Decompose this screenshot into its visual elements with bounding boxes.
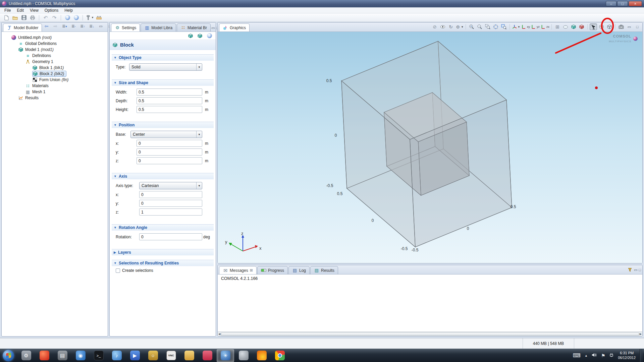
field-input[interactable]	[139, 233, 202, 240]
taskbar-app-file-manager[interactable]	[180, 349, 198, 362]
help-button[interactable]: ?	[64, 14, 71, 21]
start-button[interactable]	[3, 350, 14, 361]
chevron-down-icon[interactable]: ▼	[196, 131, 202, 138]
dynamic-help-button[interactable]: ?	[206, 32, 213, 40]
build-selected-button[interactable]	[187, 32, 194, 40]
hide-selected-button[interactable]: ⊘	[431, 23, 438, 30]
show-desktop-button[interactable]	[640, 349, 643, 362]
tree-item-block-2[interactable]: Block 2 (blk2)	[32, 71, 66, 77]
object-type-section-header[interactable]: ▼Object Type	[112, 54, 214, 61]
scrollbar-thumb[interactable]	[221, 333, 639, 336]
position-section-header[interactable]: ▼Position	[112, 122, 214, 128]
print-button[interactable]	[29, 14, 36, 21]
base-dropdown[interactable]: Center▼	[130, 131, 202, 138]
taskbar-app-draw-tool[interactable]	[199, 349, 216, 362]
show-grid-button[interactable]: ⊞	[554, 23, 561, 30]
taskbar-app-media-player-red[interactable]	[36, 349, 53, 362]
horizontal-scrollbar[interactable]: ◀ ▶	[218, 331, 642, 336]
tree-item-form-union[interactable]: Form Union (fin)	[32, 77, 108, 83]
transparency-button[interactable]	[598, 23, 605, 30]
field-input[interactable]	[139, 200, 202, 207]
minimize-panel-button[interactable]: ▭	[626, 23, 633, 30]
layers-section-header[interactable]: ▶Layers	[112, 249, 214, 255]
redo-button[interactable]: ↷	[51, 14, 58, 21]
taskbar-app-chrome[interactable]	[271, 349, 288, 362]
tree-item-mesh-1[interactable]: ▦ Mesh 1	[25, 89, 108, 95]
zoom-in-button[interactable]: +	[468, 23, 475, 30]
close-window-button[interactable]: ×	[629, 1, 642, 6]
image-snapshot-button[interactable]	[618, 23, 625, 30]
field-input[interactable]	[137, 140, 202, 147]
tree-item-materials[interactable]: ∷ Materials	[25, 83, 108, 89]
network-plug-icon[interactable]	[609, 353, 614, 358]
field-input[interactable]	[137, 88, 202, 96]
show-material-color-button[interactable]	[570, 23, 577, 30]
taskbar-clock[interactable]: 6:31 PM 06/12/2012	[618, 351, 636, 360]
tab-model-libra[interactable]: ▥ Model Libra	[141, 23, 176, 32]
axis-section-header[interactable]: ▼Axis	[112, 173, 214, 179]
go-to-yz-view-button[interactable]: yz	[531, 23, 540, 30]
save-button[interactable]	[20, 14, 28, 21]
menu-options[interactable]: Options	[42, 8, 61, 13]
move-up-button[interactable]: ≣↑	[79, 22, 86, 30]
scroll-right-arrow[interactable]: ▶	[640, 333, 642, 336]
menu-edit[interactable]: Edit	[14, 8, 27, 13]
axis-type-dropdown[interactable]: Cartesian▼	[139, 182, 202, 189]
field-input[interactable]	[137, 97, 202, 104]
reset-hiding-button[interactable]: ↻	[447, 23, 454, 30]
clear-plot-button[interactable]: ▼	[86, 14, 94, 21]
tab-progress[interactable]: Progress	[257, 266, 288, 274]
filter-messages-icon[interactable]	[627, 267, 633, 273]
tab-messages[interactable]: ✉ Messages ⊠	[219, 266, 257, 274]
field-input[interactable]	[137, 148, 202, 156]
chevron-down-icon[interactable]: ▼	[518, 25, 520, 28]
maximize-panel-button[interactable]: □	[634, 23, 641, 30]
taskbar-app-terminal[interactable]: >_	[90, 349, 107, 362]
tree-item-model-1[interactable]: Model 1 (mod1)	[18, 47, 108, 53]
chevron-down-icon[interactable]: ▼	[461, 25, 464, 28]
tab-log[interactable]: ▤ Log	[288, 266, 310, 274]
go-forward-button[interactable]: ⇨	[52, 22, 59, 30]
go-back-button[interactable]: ⇦	[43, 22, 50, 30]
zoom-box-button[interactable]	[484, 23, 491, 30]
toggle-node-visibility-button[interactable]: ≣◦	[70, 22, 77, 30]
show-all-button[interactable]	[439, 23, 446, 30]
zoom-to-selection-button[interactable]	[500, 23, 507, 30]
documentation-button[interactable]: ?	[72, 14, 80, 21]
minimize-window-button[interactable]: –	[606, 1, 616, 6]
tab-results[interactable]: ▤ Results	[310, 266, 338, 274]
tree-item-results[interactable]: Results	[18, 95, 108, 101]
measure-button[interactable]	[95, 14, 103, 21]
go-to-zx-view-button[interactable]: zx	[540, 23, 549, 30]
volume-icon[interactable]	[592, 353, 597, 358]
rotation-section-header[interactable]: ▼Rotation Angle	[112, 224, 214, 231]
show-selection-colors-button[interactable]	[578, 23, 585, 30]
action-center-flag-icon[interactable]: ⚑	[601, 353, 605, 358]
scene-light-button[interactable]	[590, 23, 597, 30]
show-options-button[interactable]: ≣▾	[61, 22, 68, 30]
taskbar-app-password-keys[interactable]: ○	[144, 349, 162, 362]
type-dropdown[interactable]: Solid▼	[129, 63, 202, 71]
chevron-down-icon[interactable]: ▼	[196, 182, 202, 189]
maximize-window-button[interactable]: □	[617, 1, 628, 6]
field-input[interactable]	[139, 208, 202, 216]
minimize-panel-button[interactable]: ▭	[634, 268, 637, 272]
close-tab-icon[interactable]: ⊠	[250, 268, 253, 273]
build-all-button[interactable]	[196, 32, 204, 40]
menu-view[interactable]: View	[27, 8, 42, 13]
taskbar-app-firefox[interactable]	[253, 349, 270, 362]
tab-material-br[interactable]: ∷ Material Br	[177, 23, 211, 32]
projection-button[interactable]	[562, 23, 569, 30]
new-file-button[interactable]	[3, 14, 10, 21]
size-section-header[interactable]: ▼Size and Shape	[112, 79, 214, 86]
taskbar-app-system-gear[interactable]: ⚙	[17, 349, 35, 362]
graphics-tab[interactable]: Graphics	[219, 23, 250, 32]
taskbar-app-comsol-multiphysics[interactable]: ✳	[217, 349, 234, 362]
scroll-left-arrow[interactable]: ◀	[218, 333, 220, 336]
taskbar-app-archive-manager[interactable]: ▤	[54, 349, 71, 362]
taskbar-app-video-player[interactable]: ▶	[126, 349, 144, 362]
zoom-out-button[interactable]: -	[476, 23, 483, 30]
view-options-button[interactable]: ⚙▼	[455, 23, 464, 30]
menu-file[interactable]: File	[1, 8, 14, 13]
taskbar-app-vnc-viewer[interactable]: VNC	[162, 349, 180, 362]
